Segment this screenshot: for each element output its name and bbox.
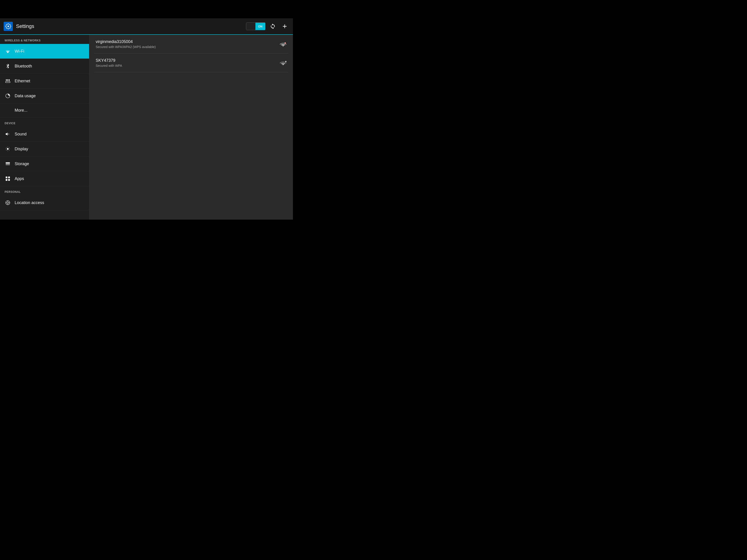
wifi-network-item-0[interactable]: virginmedia3105004 Secured with WPA/WPA2… bbox=[94, 35, 288, 54]
top-bar-actions: ON bbox=[246, 22, 289, 31]
svg-rect-13 bbox=[6, 163, 10, 164]
storage-icon bbox=[5, 161, 11, 167]
location-icon bbox=[5, 199, 11, 206]
wifi-network-item-1[interactable]: SKY47379 Secured with WPA bbox=[94, 54, 288, 72]
svg-rect-18 bbox=[8, 179, 10, 181]
svg-rect-1 bbox=[6, 79, 7, 81]
sidebar-item-bluetooth[interactable]: Bluetooth bbox=[0, 59, 89, 74]
sidebar-item-location-label: Location access bbox=[15, 201, 44, 205]
sidebar-item-apps-label: Apps bbox=[15, 177, 24, 181]
sidebar-item-data-usage-label: Data usage bbox=[15, 94, 36, 98]
svg-rect-12 bbox=[6, 162, 10, 163]
wifi-network-info-0: virginmedia3105004 Secured with WPA/WPA2… bbox=[96, 39, 280, 49]
svg-rect-17 bbox=[6, 179, 7, 181]
wifi-icon bbox=[5, 48, 11, 54]
wifi-network-list: virginmedia3105004 Secured with WPA/WPA2… bbox=[89, 35, 293, 72]
sidebar-item-ethernet-label: Ethernet bbox=[15, 79, 30, 83]
sidebar-item-wifi-label: Wi-Fi bbox=[15, 49, 24, 54]
sidebar-item-bluetooth-label: Bluetooth bbox=[15, 64, 32, 69]
svg-point-9 bbox=[7, 95, 8, 97]
wifi-network-name-0: virginmedia3105004 bbox=[96, 39, 280, 44]
sidebar-item-location[interactable]: Location access bbox=[0, 195, 89, 210]
content-area: virginmedia3105004 Secured with WPA/WPA2… bbox=[89, 35, 293, 220]
sound-icon bbox=[5, 131, 11, 137]
sidebar-item-data-usage[interactable]: Data usage bbox=[0, 88, 89, 103]
svg-rect-14 bbox=[6, 164, 10, 165]
sidebar-item-more[interactable]: More... bbox=[0, 103, 89, 117]
svg-rect-2 bbox=[7, 79, 8, 81]
top-black-strip bbox=[0, 0, 293, 18]
svg-rect-3 bbox=[9, 79, 10, 81]
wifi-network-name-1: SKY47379 bbox=[96, 58, 280, 63]
sidebar-item-more-label: More... bbox=[15, 108, 27, 113]
sidebar-item-sound-label: Sound bbox=[15, 132, 27, 137]
toggle-on-label[interactable]: ON bbox=[255, 22, 265, 30]
sidebar-item-sound[interactable]: Sound bbox=[0, 127, 89, 141]
ethernet-icon bbox=[5, 78, 11, 84]
svg-rect-15 bbox=[6, 177, 7, 178]
sidebar-item-display[interactable]: Display bbox=[0, 141, 89, 157]
sidebar-item-wifi[interactable]: Wi-Fi bbox=[0, 44, 89, 59]
svg-rect-4 bbox=[5, 81, 10, 83]
sidebar-item-apps[interactable]: Apps bbox=[0, 171, 89, 186]
sidebar-item-display-label: Display bbox=[15, 146, 28, 152]
bluetooth-icon bbox=[5, 63, 11, 69]
wifi-toggle[interactable]: ON bbox=[246, 22, 266, 30]
settings-app-icon bbox=[4, 22, 13, 31]
data-usage-icon bbox=[5, 92, 11, 99]
svg-marker-10 bbox=[6, 133, 7, 136]
sidebar: WIRELESS & NETWORKS Wi-Fi Bluetooth bbox=[0, 35, 89, 220]
sidebar-item-storage[interactable]: Storage bbox=[0, 157, 89, 171]
wifi-network-info-1: SKY47379 Secured with WPA bbox=[96, 58, 280, 68]
svg-rect-16 bbox=[8, 177, 10, 178]
display-icon bbox=[5, 146, 11, 152]
svg-point-11 bbox=[7, 148, 8, 150]
page-title: Settings bbox=[16, 23, 246, 29]
apps-icon bbox=[5, 176, 11, 182]
sidebar-item-ethernet[interactable]: Ethernet bbox=[0, 74, 89, 88]
svg-point-20 bbox=[7, 202, 8, 203]
sidebar-item-storage-label: Storage bbox=[15, 161, 29, 166]
wifi-signal-icon-0 bbox=[280, 42, 286, 47]
section-header-device: DEVICE bbox=[0, 117, 89, 127]
svg-point-0 bbox=[7, 26, 9, 27]
section-header-wireless: WIRELESS & NETWORKS bbox=[0, 35, 89, 44]
section-header-personal: PERSONAL bbox=[0, 186, 89, 195]
wifi-signal-icon-1 bbox=[280, 60, 286, 65]
wifi-network-security-0: Secured with WPA/WPA2 (WPS available) bbox=[96, 45, 280, 49]
top-bar: Settings ON bbox=[0, 18, 293, 35]
toggle-track bbox=[246, 22, 255, 30]
add-button[interactable] bbox=[280, 22, 289, 31]
refresh-button[interactable] bbox=[268, 22, 277, 31]
main-layout: WIRELESS & NETWORKS Wi-Fi Bluetooth bbox=[0, 35, 293, 220]
wifi-network-security-1: Secured with WPA bbox=[96, 64, 280, 68]
